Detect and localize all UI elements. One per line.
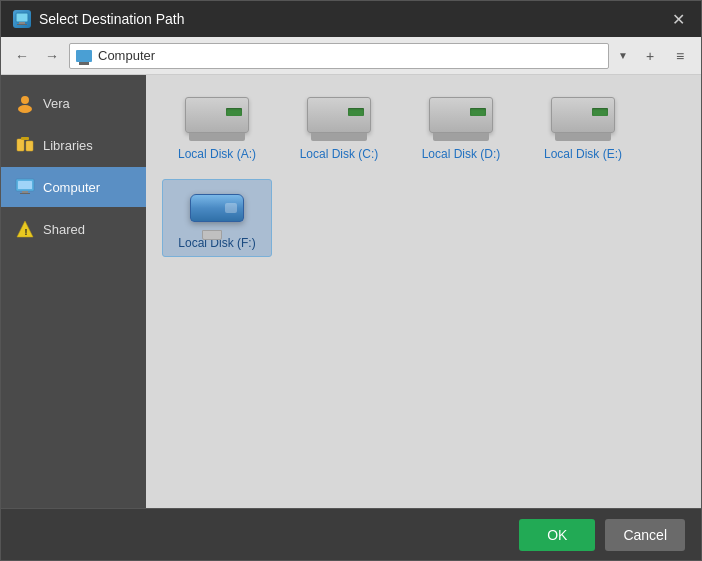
dialog: Select Destination Path ✕ ← → Computer ▼… <box>0 0 702 561</box>
sidebar-item-computer-label: Computer <box>43 180 100 195</box>
sidebar-item-shared[interactable]: ! Shared <box>1 209 146 249</box>
forward-button[interactable]: → <box>39 43 65 69</box>
svg-rect-1 <box>19 22 25 24</box>
dialog-icon <box>13 10 31 28</box>
dialog-title: Select Destination Path <box>39 11 185 27</box>
file-area: Local Disk (A:) Local Disk (C:) Local Di… <box>146 75 701 508</box>
new-folder-button[interactable]: + <box>637 43 663 69</box>
toolbar: ← → Computer ▼ + ≡ <box>1 37 701 75</box>
file-item-disk-d[interactable]: Local Disk (D:) <box>406 91 516 167</box>
user-icon <box>15 93 35 113</box>
svg-point-4 <box>18 105 32 113</box>
footer: OK Cancel <box>1 508 701 560</box>
title-bar: Select Destination Path ✕ <box>1 1 701 37</box>
back-button[interactable]: ← <box>9 43 35 69</box>
sidebar: Vera Libraries <box>1 75 146 508</box>
ok-button[interactable]: OK <box>519 519 595 551</box>
sidebar-item-vera[interactable]: Vera <box>1 83 146 123</box>
address-text: Computer <box>98 48 155 63</box>
computer-icon <box>15 177 35 197</box>
sidebar-item-computer[interactable]: Computer <box>1 167 146 207</box>
svg-rect-5 <box>17 139 24 151</box>
close-button[interactable]: ✕ <box>667 8 689 30</box>
libraries-icon <box>15 135 35 155</box>
svg-rect-0 <box>16 13 28 22</box>
sidebar-item-shared-label: Shared <box>43 222 85 237</box>
view-button[interactable]: ≡ <box>667 43 693 69</box>
file-item-disk-e[interactable]: Local Disk (E:) <box>528 91 638 167</box>
address-dropdown-button[interactable]: ▼ <box>613 46 633 66</box>
sidebar-item-vera-label: Vera <box>43 96 70 111</box>
disk-e-label: Local Disk (E:) <box>544 147 622 161</box>
svg-rect-7 <box>21 137 29 140</box>
disk-e-icon <box>551 97 615 141</box>
title-bar-left: Select Destination Path <box>13 10 185 28</box>
address-computer-icon <box>76 50 92 62</box>
svg-rect-6 <box>26 141 33 151</box>
sidebar-item-libraries-label: Libraries <box>43 138 93 153</box>
disk-d-icon <box>429 97 493 141</box>
disk-f-icon <box>185 186 249 230</box>
file-item-disk-a[interactable]: Local Disk (A:) <box>162 91 272 167</box>
file-item-disk-c[interactable]: Local Disk (C:) <box>284 91 394 167</box>
disk-c-label: Local Disk (C:) <box>300 147 379 161</box>
disk-c-icon <box>307 97 371 141</box>
sidebar-item-libraries[interactable]: Libraries <box>1 125 146 165</box>
svg-rect-11 <box>20 193 30 194</box>
address-bar: Computer <box>69 43 609 69</box>
svg-rect-2 <box>17 24 27 25</box>
cancel-button[interactable]: Cancel <box>605 519 685 551</box>
svg-rect-10 <box>22 191 28 193</box>
svg-point-3 <box>21 96 29 104</box>
svg-rect-9 <box>18 181 32 189</box>
disk-d-label: Local Disk (D:) <box>422 147 501 161</box>
toolbar-actions: + ≡ <box>637 43 693 69</box>
file-item-disk-f[interactable]: Local Disk (F:) <box>162 179 272 257</box>
main-content: Vera Libraries <box>1 75 701 508</box>
disk-a-icon <box>185 97 249 141</box>
shared-icon: ! <box>15 219 35 239</box>
svg-text:!: ! <box>25 227 28 237</box>
disk-a-label: Local Disk (A:) <box>178 147 256 161</box>
